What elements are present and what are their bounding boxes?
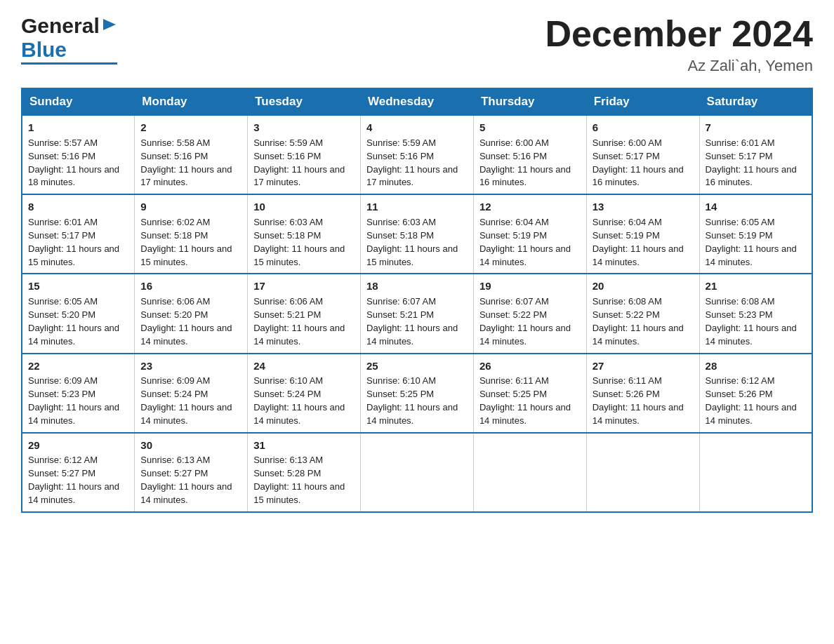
day-cell: 8Sunrise: 6:01 AMSunset: 5:17 PMDaylight… [22, 194, 135, 274]
sunset-label: Sunset: 5:26 PM [706, 389, 773, 399]
day-number: 26 [479, 358, 581, 374]
sunrise-label: Sunrise: 6:11 AM [593, 375, 662, 386]
sunset-label: Sunset: 5:18 PM [253, 230, 321, 241]
day-number: 4 [366, 120, 468, 135]
sunrise-label: Sunrise: 6:06 AM [253, 296, 323, 307]
day-cell: 23Sunrise: 6:09 AMSunset: 5:24 PMDayligh… [135, 354, 248, 433]
sunrise-label: Sunrise: 6:08 AM [706, 296, 775, 307]
day-number: 1 [28, 120, 128, 135]
sunrise-label: Sunrise: 6:00 AM [593, 137, 662, 148]
sunrise-label: Sunrise: 6:10 AM [366, 375, 436, 386]
sunrise-label: Sunrise: 6:03 AM [366, 217, 436, 227]
day-cell: 17Sunrise: 6:06 AMSunset: 5:21 PMDayligh… [248, 274, 361, 353]
sunset-label: Sunset: 5:22 PM [479, 309, 547, 320]
day-number: 24 [253, 358, 355, 374]
sunrise-label: Sunrise: 5:57 AM [28, 137, 98, 148]
day-number: 29 [28, 438, 128, 453]
logo: General Blue [21, 14, 117, 65]
sunrise-label: Sunrise: 6:12 AM [706, 375, 775, 386]
day-number: 2 [140, 120, 241, 135]
daylight-label: Daylight: 11 hours and 14 minutes. [479, 243, 571, 267]
col-friday: Friday [586, 88, 699, 115]
sunrise-label: Sunrise: 6:06 AM [140, 296, 210, 307]
sunset-label: Sunset: 5:17 PM [706, 151, 773, 161]
day-cell: 9Sunrise: 6:02 AMSunset: 5:18 PMDaylight… [135, 194, 248, 274]
daylight-label: Daylight: 11 hours and 14 minutes. [706, 323, 797, 347]
sunrise-label: Sunrise: 5:59 AM [366, 137, 436, 148]
sunrise-label: Sunrise: 6:10 AM [253, 375, 323, 386]
day-number: 20 [593, 279, 694, 294]
day-cell [473, 433, 586, 512]
daylight-label: Daylight: 11 hours and 15 minutes. [366, 243, 458, 267]
sunset-label: Sunset: 5:18 PM [140, 230, 208, 241]
day-cell: 28Sunrise: 6:12 AMSunset: 5:26 PMDayligh… [699, 354, 812, 433]
sunrise-label: Sunrise: 6:12 AM [28, 455, 98, 465]
sunset-label: Sunset: 5:25 PM [366, 389, 434, 399]
col-wednesday: Wednesday [361, 88, 474, 115]
daylight-label: Daylight: 11 hours and 17 minutes. [366, 164, 458, 188]
daylight-label: Daylight: 11 hours and 14 minutes. [140, 481, 232, 505]
day-cell: 26Sunrise: 6:11 AMSunset: 5:25 PMDayligh… [473, 354, 586, 433]
week-row-2: 8Sunrise: 6:01 AMSunset: 5:17 PMDaylight… [22, 194, 812, 274]
sunset-label: Sunset: 5:16 PM [366, 151, 434, 161]
sunset-label: Sunset: 5:19 PM [593, 230, 660, 241]
sunrise-label: Sunrise: 6:08 AM [593, 296, 662, 307]
daylight-label: Daylight: 11 hours and 15 minutes. [253, 243, 345, 267]
daylight-label: Daylight: 11 hours and 14 minutes. [706, 243, 797, 267]
sunset-label: Sunset: 5:16 PM [479, 151, 547, 161]
sunset-label: Sunset: 5:23 PM [28, 389, 95, 399]
day-cell: 7Sunrise: 6:01 AMSunset: 5:17 PMDaylight… [699, 115, 812, 194]
sunset-label: Sunset: 5:19 PM [479, 230, 547, 241]
daylight-label: Daylight: 11 hours and 18 minutes. [28, 164, 119, 188]
day-cell: 11Sunrise: 6:03 AMSunset: 5:18 PMDayligh… [361, 194, 474, 274]
day-number: 13 [593, 199, 694, 215]
sunset-label: Sunset: 5:28 PM [253, 468, 321, 478]
day-cell: 4Sunrise: 5:59 AMSunset: 5:16 PMDaylight… [361, 115, 474, 194]
sunset-label: Sunset: 5:27 PM [140, 468, 208, 478]
col-monday: Monday [135, 88, 248, 115]
day-cell: 29Sunrise: 6:12 AMSunset: 5:27 PMDayligh… [22, 433, 135, 512]
sunrise-label: Sunrise: 6:00 AM [479, 137, 549, 148]
daylight-label: Daylight: 11 hours and 14 minutes. [366, 323, 458, 347]
day-cell: 2Sunrise: 5:58 AMSunset: 5:16 PMDaylight… [135, 115, 248, 194]
daylight-label: Daylight: 11 hours and 14 minutes. [706, 402, 797, 426]
daylight-label: Daylight: 11 hours and 14 minutes. [366, 402, 458, 426]
sunset-label: Sunset: 5:26 PM [593, 389, 660, 399]
day-number: 12 [479, 199, 581, 215]
day-cell: 16Sunrise: 6:06 AMSunset: 5:20 PMDayligh… [135, 274, 248, 353]
day-number: 22 [28, 358, 128, 374]
day-cell: 1Sunrise: 5:57 AMSunset: 5:16 PMDaylight… [22, 115, 135, 194]
daylight-label: Daylight: 11 hours and 14 minutes. [253, 323, 345, 347]
day-number: 28 [706, 358, 806, 374]
sunset-label: Sunset: 5:20 PM [28, 309, 95, 320]
calendar-table: Sunday Monday Tuesday Wednesday Thursday… [21, 88, 813, 513]
day-number: 31 [253, 438, 355, 453]
day-cell: 25Sunrise: 6:10 AMSunset: 5:25 PMDayligh… [361, 354, 474, 433]
day-cell: 10Sunrise: 6:03 AMSunset: 5:18 PMDayligh… [248, 194, 361, 274]
sunset-label: Sunset: 5:19 PM [706, 230, 773, 241]
day-number: 19 [479, 279, 581, 294]
day-number: 6 [593, 120, 694, 135]
sunset-label: Sunset: 5:25 PM [479, 389, 547, 399]
sunrise-label: Sunrise: 6:09 AM [28, 375, 98, 386]
sunset-label: Sunset: 5:17 PM [28, 230, 95, 241]
sunrise-label: Sunrise: 6:05 AM [706, 217, 775, 227]
daylight-label: Daylight: 11 hours and 14 minutes. [140, 323, 232, 347]
sunset-label: Sunset: 5:16 PM [253, 151, 321, 161]
day-cell: 24Sunrise: 6:10 AMSunset: 5:24 PMDayligh… [248, 354, 361, 433]
sunrise-label: Sunrise: 6:04 AM [479, 217, 549, 227]
page-header: General Blue December 2024 Az Zali`ah, Y… [21, 14, 813, 75]
day-cell: 20Sunrise: 6:08 AMSunset: 5:22 PMDayligh… [586, 274, 699, 353]
sunset-label: Sunset: 5:27 PM [28, 468, 95, 478]
day-number: 9 [140, 199, 241, 215]
day-cell: 12Sunrise: 6:04 AMSunset: 5:19 PMDayligh… [473, 194, 586, 274]
daylight-label: Daylight: 11 hours and 14 minutes. [28, 323, 119, 347]
sunrise-label: Sunrise: 6:13 AM [253, 455, 323, 465]
day-number: 25 [366, 358, 468, 374]
sunset-label: Sunset: 5:23 PM [706, 309, 773, 320]
svg-marker-0 [103, 19, 116, 30]
sunrise-label: Sunrise: 6:09 AM [140, 375, 210, 386]
title-area: December 2024 Az Zali`ah, Yemen [545, 14, 813, 75]
day-cell [699, 433, 812, 512]
daylight-label: Daylight: 11 hours and 14 minutes. [479, 323, 571, 347]
